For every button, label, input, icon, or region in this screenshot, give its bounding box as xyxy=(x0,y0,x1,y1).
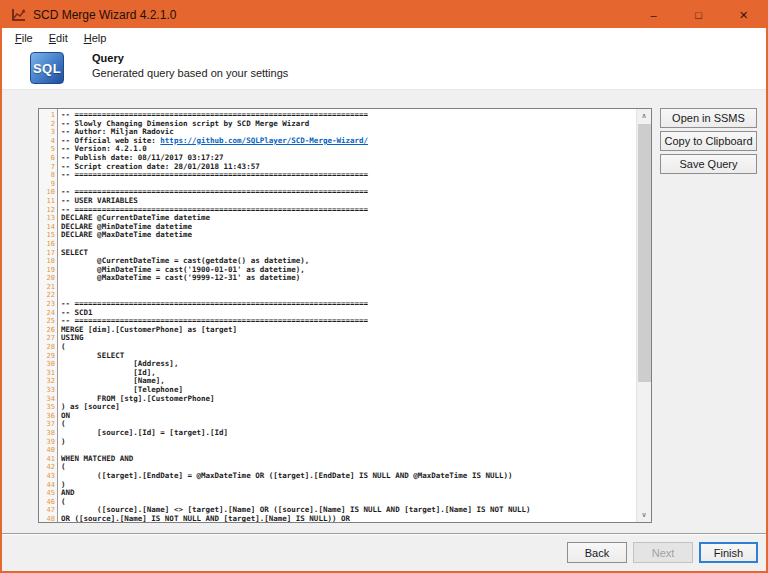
line-number: 34 xyxy=(39,395,57,404)
line-number: 25 xyxy=(39,317,57,326)
code-line: ON xyxy=(61,412,636,421)
line-number: 20 xyxy=(39,274,57,283)
save-query-button[interactable]: Save Query xyxy=(660,154,757,174)
code-line: ) as [source] xyxy=(61,403,636,412)
finish-button[interactable]: Finish xyxy=(699,542,758,563)
scrollbar-thumb[interactable] xyxy=(638,124,651,382)
line-number: 38 xyxy=(39,429,57,438)
code-line xyxy=(61,446,636,455)
next-button: Next xyxy=(633,542,693,563)
line-number: 37 xyxy=(39,420,57,429)
line-number: 11 xyxy=(39,197,57,206)
maximize-icon[interactable]: □ xyxy=(676,2,721,28)
line-number: 4 xyxy=(39,137,57,146)
github-link[interactable]: https://github.com/SQLPlayer/SCD-Merge-W… xyxy=(160,136,368,145)
open-in-ssms-button[interactable]: Open in SSMS xyxy=(660,108,757,128)
line-number: 23 xyxy=(39,300,57,309)
line-number: 21 xyxy=(39,283,57,292)
line-number: 16 xyxy=(39,240,57,249)
line-number: 39 xyxy=(39,438,57,447)
line-number: 5 xyxy=(39,145,57,154)
line-number: 24 xyxy=(39,309,57,318)
scroll-up-icon[interactable]: ∧ xyxy=(637,109,652,123)
line-number: 10 xyxy=(39,188,57,197)
scroll-down-icon[interactable]: ∨ xyxy=(637,508,652,522)
footer-divider xyxy=(2,533,766,535)
line-number: 42 xyxy=(39,463,57,472)
line-number: 28 xyxy=(39,343,57,352)
page-title: Query xyxy=(92,52,124,64)
line-number: 19 xyxy=(39,266,57,275)
line-number: 41 xyxy=(39,455,57,464)
line-number: 7 xyxy=(39,163,57,172)
line-number: 18 xyxy=(39,257,57,266)
window-title: SCD Merge Wizard 4.2.1.0 xyxy=(33,8,176,22)
code-line: MERGE [dim].[CustomerPhone] as [target] xyxy=(61,326,636,335)
code-line: OR ([source].[Name] IS NOT NULL AND [tar… xyxy=(61,515,636,522)
line-number: 17 xyxy=(39,249,57,258)
code-lines[interactable]: -- =====================================… xyxy=(58,109,636,522)
window-controls: – □ ✕ xyxy=(631,2,766,28)
line-number: 26 xyxy=(39,326,57,335)
line-number: 44 xyxy=(39,481,57,490)
line-number: 30 xyxy=(39,360,57,369)
back-button[interactable]: Back xyxy=(567,542,627,563)
line-number: 43 xyxy=(39,472,57,481)
menu-help[interactable]: Help xyxy=(76,30,115,46)
menu-bar: File Edit Help xyxy=(2,28,766,48)
line-number: 15 xyxy=(39,231,57,240)
code-line: -- =====================================… xyxy=(61,300,636,309)
line-number: 13 xyxy=(39,214,57,223)
menu-file[interactable]: File xyxy=(7,30,41,46)
line-number: 3 xyxy=(39,128,57,137)
line-number: 12 xyxy=(39,206,57,215)
line-number: 36 xyxy=(39,412,57,421)
code-line: -- Official web site: https://github.com… xyxy=(61,137,636,146)
wizard-header: SQL Query Generated query based on your … xyxy=(2,48,766,90)
minimize-icon[interactable]: – xyxy=(631,2,676,28)
line-number: 40 xyxy=(39,446,57,455)
line-number: 1 xyxy=(39,111,57,120)
line-number: 9 xyxy=(39,180,57,189)
line-number: 46 xyxy=(39,498,57,507)
code-line: ) xyxy=(61,481,636,490)
code-line: FROM [stg].[CustomerPhone] xyxy=(61,395,636,404)
page-subtitle: Generated query based on your settings xyxy=(92,67,288,79)
line-number: 31 xyxy=(39,369,57,378)
line-number: 14 xyxy=(39,223,57,232)
code-line: AND xyxy=(61,489,636,498)
code-line: DECLARE @MaxDateTime datetime xyxy=(61,231,636,240)
code-line: ([target].[EndDate] = @MaxDateTime OR ([… xyxy=(61,472,636,481)
app-chart-icon xyxy=(11,8,26,22)
line-number: 8 xyxy=(39,171,57,180)
line-number: 29 xyxy=(39,352,57,361)
code-line: [source].[Id] = [target].[Id] xyxy=(61,429,636,438)
code-line: -- =====================================… xyxy=(61,188,636,197)
title-bar: SCD Merge Wizard 4.2.1.0 – □ ✕ xyxy=(2,2,766,28)
scrollbar-track[interactable] xyxy=(637,123,651,508)
code-line xyxy=(61,283,636,292)
code-line: -- =====================================… xyxy=(61,171,636,180)
code-line: @MaxDateTime = cast('9999-12-31' as date… xyxy=(61,274,636,283)
line-number: 32 xyxy=(39,377,57,386)
line-number: 22 xyxy=(39,291,57,300)
line-number: 35 xyxy=(39,403,57,412)
line-number: 33 xyxy=(39,386,57,395)
line-number-gutter: 1234567891011121314151617181920212223242… xyxy=(39,109,58,522)
line-number: 48 xyxy=(39,515,57,523)
code-line: USING xyxy=(61,334,636,343)
close-icon[interactable]: ✕ xyxy=(721,2,766,28)
sql-logo-icon: SQL xyxy=(30,52,64,84)
code-line: ( xyxy=(61,343,636,352)
scd-merge-wizard-window: SCD Merge Wizard 4.2.1.0 – □ ✕ File Edit… xyxy=(0,0,768,573)
query-editor[interactable]: 1234567891011121314151617181920212223242… xyxy=(38,108,652,523)
line-number: 6 xyxy=(39,154,57,163)
code-line xyxy=(61,240,636,249)
line-number: 45 xyxy=(39,489,57,498)
menu-edit[interactable]: Edit xyxy=(41,30,76,46)
line-number: 47 xyxy=(39,506,57,515)
code-line: ) xyxy=(61,438,636,447)
vertical-scrollbar[interactable]: ∧ ∨ xyxy=(636,109,651,522)
line-number: 2 xyxy=(39,120,57,129)
copy-to-clipboard-button[interactable]: Copy to Clipboard xyxy=(660,131,757,151)
